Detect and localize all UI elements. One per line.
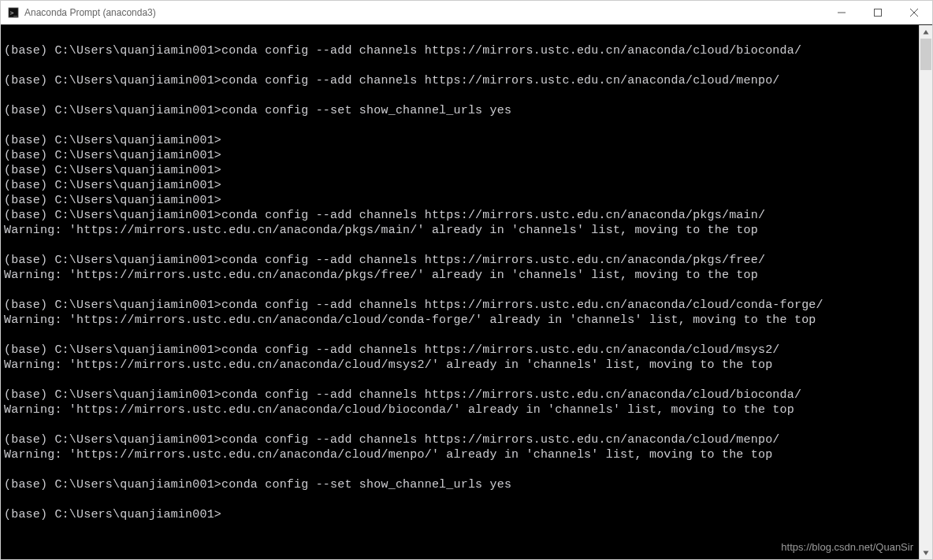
- terminal-line: [4, 118, 916, 133]
- terminal-line: [4, 88, 916, 103]
- terminal-line: [4, 238, 916, 253]
- terminal-line: (base) C:\Users\quanjiamin001>conda conf…: [4, 253, 916, 268]
- svg-rect-3: [875, 9, 882, 16]
- minimize-button[interactable]: [823, 1, 860, 24]
- terminal-line: [4, 492, 916, 507]
- svg-marker-6: [924, 30, 929, 35]
- terminal-line: (base) C:\Users\quanjiamin001>: [4, 193, 916, 208]
- terminal-line: (base) C:\Users\quanjiamin001>conda conf…: [4, 298, 916, 313]
- terminal-line: Warning: 'https://mirrors.ustc.edu.cn/an…: [4, 313, 916, 328]
- terminal-line: (base) C:\Users\quanjiamin001>: [4, 163, 916, 178]
- terminal-line: Warning: 'https://mirrors.ustc.edu.cn/an…: [4, 268, 916, 283]
- terminal-output[interactable]: (base) C:\Users\quanjiamin001>conda conf…: [1, 25, 919, 559]
- terminal-line: (base) C:\Users\quanjiamin001>conda conf…: [4, 208, 916, 223]
- terminal-line: (base) C:\Users\quanjiamin001>: [4, 178, 916, 193]
- anaconda-prompt-window: >_ Anaconda Prompt (anaconda3) (base) C:…: [0, 0, 933, 560]
- scroll-thumb[interactable]: [920, 39, 931, 70]
- terminal-line: (base) C:\Users\quanjiamin001>: [4, 148, 916, 163]
- terminal-area: (base) C:\Users\quanjiamin001>conda conf…: [1, 24, 932, 559]
- terminal-line: [4, 462, 916, 477]
- terminal-line: [4, 373, 916, 388]
- window-title: Anaconda Prompt (anaconda3): [24, 7, 823, 18]
- vertical-scrollbar[interactable]: [919, 25, 932, 559]
- terminal-line: (base) C:\Users\quanjiamin001>conda conf…: [4, 103, 916, 118]
- terminal-line: (base) C:\Users\quanjiamin001>conda conf…: [4, 477, 916, 492]
- terminal-line: [4, 328, 916, 343]
- terminal-line: [4, 417, 916, 432]
- terminal-line: (base) C:\Users\quanjiamin001>: [4, 133, 916, 148]
- terminal-line: (base) C:\Users\quanjiamin001>conda conf…: [4, 388, 916, 402]
- terminal-line: Warning: 'https://mirrors.ustc.edu.cn/an…: [4, 402, 916, 417]
- terminal-line: Warning: 'https://mirrors.ustc.edu.cn/an…: [4, 447, 916, 462]
- terminal-line: (base) C:\Users\quanjiamin001>conda conf…: [4, 343, 916, 358]
- terminal-line: [4, 58, 916, 73]
- maximize-button[interactable]: [860, 1, 896, 24]
- scroll-down-button[interactable]: [920, 546, 932, 559]
- close-button[interactable]: [896, 1, 932, 24]
- terminal-line: Warning: 'https://mirrors.ustc.edu.cn/an…: [4, 358, 916, 373]
- window-controls: [823, 1, 932, 24]
- svg-text:>_: >_: [10, 9, 18, 16]
- scroll-track[interactable]: [920, 39, 932, 546]
- terminal-line: (base) C:\Users\quanjiamin001>conda conf…: [4, 73, 916, 88]
- terminal-line: Warning: 'https://mirrors.ustc.edu.cn/an…: [4, 223, 916, 238]
- terminal-line: (base) C:\Users\quanjiamin001>: [4, 507, 916, 522]
- svg-marker-7: [924, 551, 929, 555]
- anaconda-prompt-icon: >_: [7, 6, 20, 19]
- terminal-line: [4, 283, 916, 298]
- terminal-line: [4, 28, 916, 43]
- scroll-up-button[interactable]: [920, 25, 932, 39]
- terminal-line: (base) C:\Users\quanjiamin001>conda conf…: [4, 432, 916, 447]
- window-titlebar[interactable]: >_ Anaconda Prompt (anaconda3): [1, 1, 932, 24]
- terminal-line: (base) C:\Users\quanjiamin001>conda conf…: [4, 43, 916, 58]
